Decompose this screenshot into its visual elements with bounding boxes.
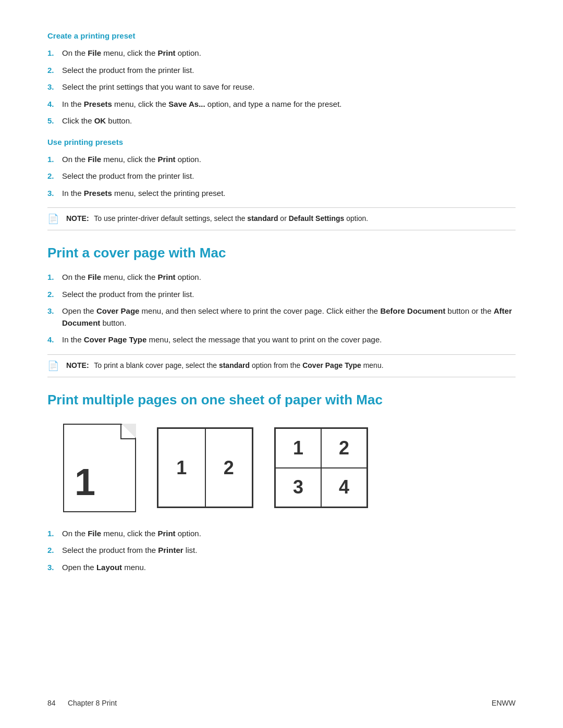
step-number: 2. [47, 289, 62, 301]
cover-page-note: 📄 NOTE: To print a blank cover page, sel… [47, 354, 516, 377]
list-item: 3. In the Presets menu, select the print… [47, 188, 516, 200]
page-corner [120, 425, 135, 439]
step-text: Click the OK button. [62, 115, 516, 127]
list-item: 4. In the Presets menu, click the Save A… [47, 98, 516, 110]
create-preset-section: Create a printing preset 1. On the File … [47, 31, 516, 127]
step-text: On the File menu, click the Print option… [62, 154, 516, 166]
cover-page-section: Print a cover page with Mac 1. On the Fi… [47, 245, 516, 377]
note-label: NOTE: [66, 361, 89, 369]
list-item: 1. On the File menu, click the Print opt… [47, 154, 516, 166]
multiple-pages-heading: Print multiple pages on one sheet of pap… [47, 392, 516, 408]
step-number: 1. [47, 47, 62, 59]
step-text: On the File menu, click the Print option… [62, 272, 516, 283]
step-number: 2. [47, 545, 62, 557]
step-number: 2. [47, 170, 62, 182]
create-preset-list: 1. On the File menu, click the Print opt… [47, 47, 516, 127]
step-number: 2. [47, 65, 62, 77]
list-item: 1. On the File menu, click the Print opt… [47, 528, 516, 540]
step-number: 4. [47, 334, 62, 346]
list-item: 1. On the File menu, click the Print opt… [47, 47, 516, 59]
note-icon: 📄 [47, 213, 62, 225]
footer-region: ENWW [492, 699, 516, 707]
list-item: 2. Select the product from the printer l… [47, 170, 516, 182]
step-text: Select the product from the printer list… [62, 289, 516, 301]
sheet-cell-1: 1 [158, 428, 205, 507]
note-icon: 📄 [47, 360, 62, 372]
step-number: 3. [47, 188, 62, 200]
list-item: 1. On the File menu, click the Print opt… [47, 272, 516, 283]
sheet-cell-4-1: 1 [275, 428, 321, 468]
four-page-sheet: 1 2 3 4 [274, 427, 368, 508]
note-text: NOTE: To use printer-driver default sett… [66, 213, 368, 224]
list-item: 3. Open the Cover Page menu, and then se… [47, 305, 516, 329]
step-text: Select the product from the printer list… [62, 65, 516, 77]
step-number: 5. [47, 115, 62, 127]
step-text: In the Cover Page Type menu, select the … [62, 334, 516, 346]
footer-page-number: 84 [47, 699, 56, 707]
step-text: Select the print settings that you want … [62, 81, 516, 93]
step-number: 1. [47, 272, 62, 283]
two-page-sheet: 1 2 [157, 427, 253, 508]
step-text: Open the Layout menu. [62, 562, 516, 574]
step-text: In the Presets menu, select the printing… [62, 188, 516, 200]
list-item: 2. Select the product from the printer l… [47, 289, 516, 301]
list-item: 5. Click the OK button. [47, 115, 516, 127]
sheet-cell-4-2: 2 [321, 428, 367, 468]
use-presets-list: 1. On the File menu, click the Print opt… [47, 154, 516, 200]
step-text: In the Presets menu, click the Save As..… [62, 98, 516, 110]
list-item: 2. Select the product from the Printer l… [47, 545, 516, 557]
step-text: On the File menu, click the Print option… [62, 528, 516, 540]
sheet-cell-2: 2 [205, 428, 253, 507]
page-footer: 84 Chapter 8 Print ENWW [47, 699, 516, 707]
footer-page-info: 84 Chapter 8 Print [47, 699, 117, 707]
list-item: 2. Select the product from the printer l… [47, 65, 516, 77]
note-text: NOTE: To print a blank cover page, selec… [66, 360, 384, 371]
multiple-pages-section: Print multiple pages on one sheet of pap… [47, 392, 516, 574]
sheet-cell-4-4: 4 [321, 468, 367, 508]
step-number: 1. [47, 528, 62, 540]
step-number: 3. [47, 562, 62, 574]
list-item: 4. In the Cover Page Type menu, select t… [47, 334, 516, 346]
multiple-pages-list: 1. On the File menu, click the Print opt… [47, 528, 516, 574]
cover-page-list: 1. On the File menu, click the Print opt… [47, 272, 516, 346]
page-number-1: 1 [75, 461, 95, 503]
list-item: 3. Open the Layout menu. [47, 562, 516, 574]
use-presets-section: Use printing presets 1. On the File menu… [47, 138, 516, 231]
step-number: 3. [47, 81, 62, 93]
step-text: Select the product from the printer list… [62, 170, 516, 182]
sheet-cell-4-3: 3 [275, 468, 321, 508]
note-label: NOTE: [66, 214, 89, 223]
cover-page-heading: Print a cover page with Mac [47, 245, 516, 261]
step-text: On the File menu, click the Print option… [62, 47, 516, 59]
use-presets-heading: Use printing presets [47, 138, 516, 146]
list-item: 3. Select the print settings that you wa… [47, 81, 516, 93]
diagram-area: 1 1 2 1 2 3 4 [63, 424, 516, 512]
step-text: Open the Cover Page menu, and then selec… [62, 305, 516, 329]
step-number: 3. [47, 305, 62, 317]
step-number: 1. [47, 154, 62, 166]
use-presets-note: 📄 NOTE: To use printer-driver default se… [47, 207, 516, 230]
step-number: 4. [47, 98, 62, 110]
create-preset-heading: Create a printing preset [47, 31, 516, 40]
single-page-doc: 1 [63, 424, 136, 512]
footer-chapter: Chapter 8 Print [68, 699, 117, 707]
step-text: Select the product from the Printer list… [62, 545, 516, 557]
